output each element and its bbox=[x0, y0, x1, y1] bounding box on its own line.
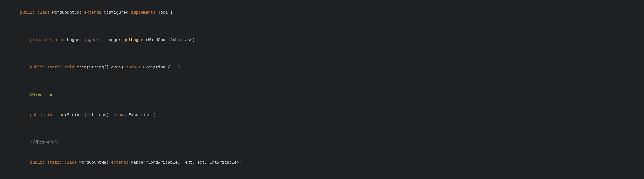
code-line-12: @Override bbox=[0, 173, 644, 179]
code-editor: public class WordCountJob extends Config… bbox=[0, 0, 644, 179]
code-line-5: public static void main(String[] args) t… bbox=[0, 57, 644, 78]
comment-map-stage: //开发Map阶段 bbox=[30, 140, 59, 145]
code-line-2 bbox=[0, 23, 644, 30]
keyword-extends: extends bbox=[84, 10, 104, 15]
code-line-7: @Override bbox=[0, 85, 644, 105]
annotation-override-1: @Override bbox=[30, 93, 52, 97]
code-line-3: private static Logger logger = Logger.ge… bbox=[0, 30, 644, 50]
code-line-10: //开发Map阶段 bbox=[0, 132, 644, 153]
keyword-public: public bbox=[20, 10, 37, 15]
code-line-11: public static class WordCountMap extends… bbox=[0, 153, 644, 173]
class-wordcountjob: WordCountJob bbox=[52, 10, 84, 15]
keyword-class: class bbox=[37, 10, 52, 15]
code-line-6 bbox=[0, 78, 644, 85]
keyword-implements: implements bbox=[131, 10, 158, 15]
code-line-9 bbox=[0, 125, 644, 132]
code-line-4 bbox=[0, 50, 644, 57]
var-logger: logger bbox=[84, 38, 99, 42]
code-line-1: public class WordCountJob extends Config… bbox=[0, 3, 644, 23]
code-line-8: public int run(String[] strings) throws … bbox=[0, 105, 644, 125]
